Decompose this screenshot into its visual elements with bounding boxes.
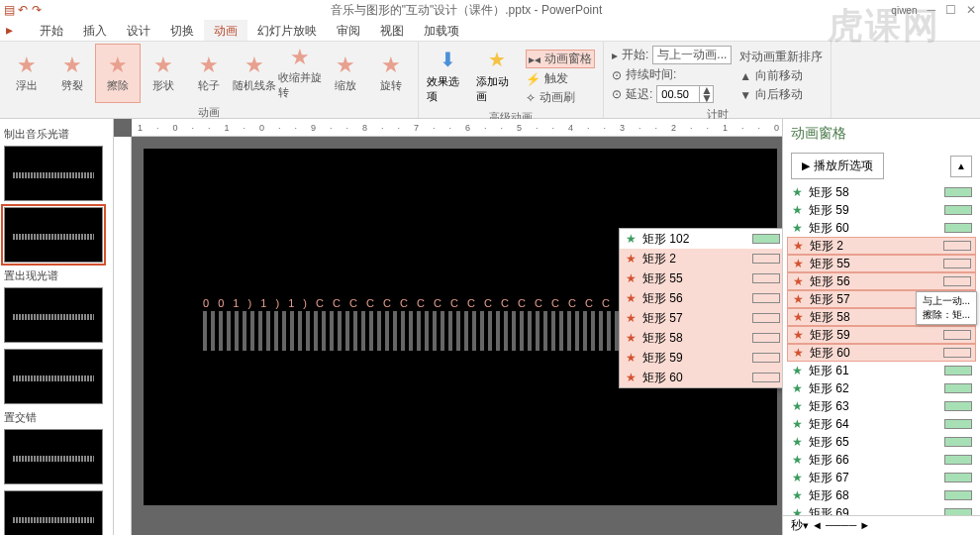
anim-list-item[interactable]: ★矩形 66	[787, 451, 976, 469]
popup-item[interactable]: ★矩形 57	[620, 308, 782, 328]
tab-动画[interactable]: 动画	[204, 20, 247, 41]
popup-item[interactable]: ★矩形 2	[620, 249, 782, 268]
qat-icon[interactable]: ▤ ↶ ↷	[4, 3, 42, 17]
anim-形状[interactable]: ★形状	[141, 44, 186, 103]
tab-开始[interactable]: 开始	[30, 20, 73, 41]
anim-list-item[interactable]: ★矩形 58	[787, 183, 976, 201]
star-icon: ★	[791, 471, 803, 484]
star-icon: ★	[626, 291, 637, 305]
anim-收缩并旋转[interactable]: ★收缩并旋转	[277, 44, 323, 103]
tab-插入[interactable]: 插入	[73, 20, 117, 41]
anim-轮子[interactable]: ★轮子	[186, 44, 232, 103]
star-icon: ★	[792, 346, 804, 360]
tab-设计[interactable]: 设计	[117, 20, 160, 41]
timing-bar	[944, 437, 972, 447]
popup-item[interactable]: ★矩形 58	[620, 328, 782, 348]
anim-缩放[interactable]: ★缩放	[323, 44, 368, 103]
anim-list-item[interactable]: ★矩形 67	[787, 469, 976, 486]
timing-bar	[944, 223, 972, 233]
timing-bar	[943, 348, 971, 358]
popup-item[interactable]: ★矩形 59	[620, 348, 782, 368]
star-icon: ★	[791, 417, 803, 431]
move-earlier-button[interactable]: ▲ 向前移动	[739, 67, 823, 84]
star-icon: ★	[791, 364, 803, 377]
star-icon: ★	[791, 488, 803, 502]
star-icon: ★	[792, 310, 804, 324]
star-icon: ★	[199, 54, 219, 76]
star-icon: ★	[245, 54, 264, 76]
popup-item[interactable]: ★矩形 55	[620, 268, 782, 288]
duration-row: ⊙ 持续时间:	[612, 66, 732, 83]
delay-input[interactable]	[657, 86, 699, 102]
anim-随机线条[interactable]: ★随机线条	[232, 44, 277, 103]
anim-list-item[interactable]: ★矩形 64	[787, 415, 976, 433]
anim-劈裂[interactable]: ★劈裂	[49, 44, 95, 103]
spin-down-icon[interactable]: ▼	[700, 94, 713, 102]
move-later-button[interactable]: ▼ 向后移动	[739, 86, 823, 103]
anim-擦除[interactable]: ★擦除	[95, 44, 141, 103]
slide-thumb[interactable]	[4, 146, 103, 201]
pane-icon: ▸◂	[529, 53, 540, 66]
anim-list-item[interactable]: ★矩形 62	[787, 379, 976, 397]
thumb-label: 置交错	[4, 410, 109, 425]
maximize-icon[interactable]: ☐	[945, 3, 956, 17]
tab-审阅[interactable]: 审阅	[327, 20, 370, 41]
anim-浮出[interactable]: ★浮出	[4, 44, 49, 103]
close-icon[interactable]: ✕	[966, 3, 976, 17]
timing-bar	[752, 353, 780, 363]
file-menu-icon[interactable]: ▸	[6, 22, 13, 38]
anim-list-item[interactable]: ★矩形 55	[787, 255, 976, 272]
main-area: 制出音乐光谱置出现光谱置交错 1·0··1·0··9··8··7··6··5··…	[0, 119, 980, 535]
play-selected-button[interactable]: ▶ 播放所选项	[791, 153, 884, 179]
slide-thumb[interactable]	[4, 429, 103, 484]
move-up-button[interactable]: ▲	[950, 156, 972, 177]
popup-item[interactable]: ★矩形 102	[620, 229, 782, 249]
star-icon: ★	[153, 54, 173, 76]
start-dropdown[interactable]: 与上一动画...	[652, 46, 732, 64]
animation-list[interactable]: ★矩形 58★矩形 59★矩形 60★矩形 2★矩形 55★矩形 56与上一动.…	[783, 183, 980, 515]
slide-thumb[interactable]	[4, 349, 103, 404]
slide-thumbnails: 制出音乐光谱置出现光谱置交错	[0, 119, 114, 535]
slide-thumb[interactable]	[4, 490, 103, 535]
add-animation-button[interactable]: ★ 添加动画	[472, 44, 522, 108]
tab-加载项[interactable]: 加载项	[414, 20, 469, 41]
anim-list-item[interactable]: ★矩形 69	[787, 504, 976, 515]
anim-list-item[interactable]: ★矩形 61	[787, 362, 976, 379]
animation-popup[interactable]: ★矩形 102★矩形 2★矩形 55★矩形 56★矩形 57★矩形 58★矩形 …	[619, 228, 782, 388]
animation-pane-button[interactable]: ▸◂动画窗格	[526, 50, 595, 68]
watermark: 虎课网	[828, 2, 940, 51]
tab-切换[interactable]: 切换	[160, 20, 204, 41]
star-icon: ★	[792, 328, 804, 342]
star-icon: ★	[791, 399, 803, 413]
timing-bar	[752, 313, 780, 323]
timing-bar	[752, 234, 780, 244]
slide-editor[interactable]: 1·0··1·0··9··8··7··6··5··4··3··2··1··0··…	[114, 119, 782, 535]
slide-thumb[interactable]	[4, 207, 103, 263]
anim-list-item[interactable]: ★矩形 59	[787, 326, 976, 344]
thumb-label: 制出音乐光谱	[4, 127, 109, 142]
slide-canvas[interactable]: 0 0 1 ) 1 ) 1 ) C C C C C C C C C C C C …	[144, 149, 777, 505]
star-icon: ★	[792, 257, 804, 270]
popup-item[interactable]: ★矩形 60	[620, 368, 782, 387]
trigger-button[interactable]: ⚡触发	[526, 70, 595, 87]
anim-list-item[interactable]: ★矩形 59	[787, 201, 976, 219]
anim-list-item[interactable]: ★矩形 65	[787, 433, 976, 451]
timing-bar	[752, 273, 780, 283]
effect-options-button[interactable]: ⬇ 效果选项	[423, 44, 472, 108]
delay-spinner[interactable]: ▲▼	[656, 85, 714, 103]
anim-list-item[interactable]: ★矩形 68	[787, 486, 976, 504]
anim-list-item[interactable]: ★矩形 2	[787, 237, 976, 255]
anim-list-item[interactable]: ★矩形 63	[787, 397, 976, 415]
popup-item[interactable]: ★矩形 56	[620, 288, 782, 308]
anim-list-item[interactable]: ★矩形 60	[787, 219, 976, 237]
animation-painter-button[interactable]: ✧动画刷	[526, 89, 595, 106]
anim-list-item[interactable]: ★矩形 56与上一动...擦除：矩...	[787, 272, 976, 290]
slide-thumb[interactable]	[4, 287, 103, 343]
anim-旋转[interactable]: ★旋转	[368, 44, 414, 103]
star-icon: ★	[17, 54, 37, 76]
anim-list-item[interactable]: ★矩形 60	[787, 344, 976, 362]
timing-bar	[752, 333, 780, 343]
tab-幻灯片放映[interactable]: 幻灯片放映	[247, 20, 327, 41]
tab-视图[interactable]: 视图	[370, 20, 414, 41]
timing-bar	[944, 508, 972, 515]
